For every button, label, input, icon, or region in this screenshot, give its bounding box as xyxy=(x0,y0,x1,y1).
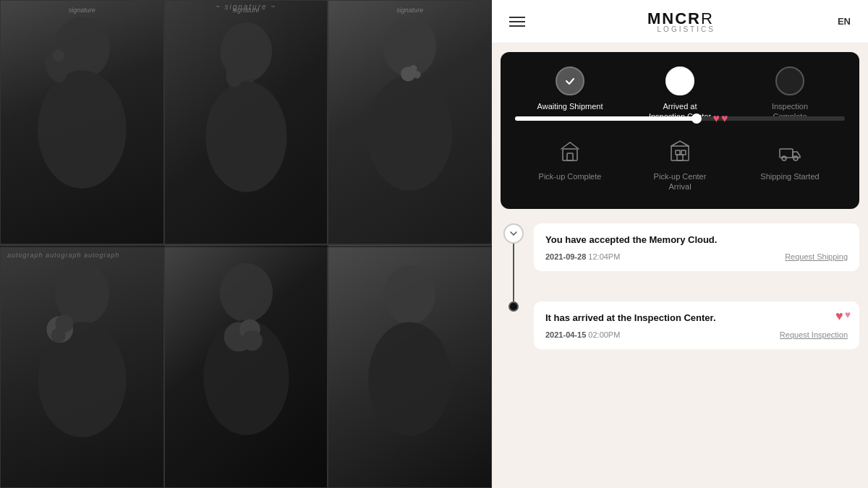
photo-cell-1: signature xyxy=(0,0,164,244)
timeline-left-2 xyxy=(501,301,527,312)
activity-date-2: 2021-04-15 02:00PM xyxy=(545,330,620,339)
step-label-awaiting: Awaiting Shipment xyxy=(537,101,603,111)
expand-button-1[interactable] xyxy=(503,223,524,244)
activity-time-1: 12:04PM xyxy=(588,252,620,261)
svg-point-26 xyxy=(242,330,263,351)
signature-bottom: autograph autograph autograph xyxy=(7,252,485,259)
hamburger-button[interactable] xyxy=(509,17,525,27)
person-2: signature xyxy=(165,1,328,244)
timeline-dot-2 xyxy=(509,301,519,312)
svg-point-2 xyxy=(38,70,127,188)
steps-row-1: Awaiting Shipment Arrived at Inspection … xyxy=(501,52,859,122)
step-label-pickup-center-line1: Pick-up Center xyxy=(654,171,707,181)
activity-title-2: It has arrived at the Inspection Center. xyxy=(545,312,848,325)
svg-point-20 xyxy=(51,328,65,342)
activity-date-bold-2: 2021-04-15 xyxy=(545,330,586,339)
activity-item-1-row: You have accepted the Memory Cloud. 2021… xyxy=(501,223,859,301)
svg-point-4 xyxy=(52,50,64,61)
photo-cell-5 xyxy=(164,244,328,489)
tracking-card: Awaiting Shipment Arrived at Inspection … xyxy=(501,52,859,209)
step-inspection-complete: Inspection Complete xyxy=(735,67,845,122)
activity-title-1: You have accepted the Memory Cloud. xyxy=(545,234,848,247)
steps-row-2: Pick-up Complete Pick-up Center Arrival xyxy=(501,138,859,192)
step-circle-awaiting xyxy=(556,67,584,95)
activity-time-2: 02:00PM xyxy=(588,330,620,339)
svg-point-27 xyxy=(384,265,435,324)
timeline-left-1 xyxy=(501,223,527,301)
svg-point-38 xyxy=(793,156,798,160)
activity-item-1: You have accepted the Memory Cloud. 2021… xyxy=(501,223,859,301)
svg-rect-30 xyxy=(563,149,577,160)
svg-rect-34 xyxy=(681,150,686,155)
activity-item-2-row: It has arrived at the Inspection Center.… xyxy=(501,301,859,356)
shipping-icon xyxy=(776,138,804,166)
logo-container: MNCRR LOGISTICS xyxy=(647,9,715,33)
person-1: signature xyxy=(1,1,163,244)
activity-action-1[interactable]: Request Shipping xyxy=(785,252,848,261)
step-label-shipping: Shipping Started xyxy=(760,171,819,181)
svg-rect-31 xyxy=(567,153,573,160)
svg-point-29 xyxy=(368,322,451,435)
heart-filled-1: ♥ xyxy=(713,112,720,125)
activity-log: You have accepted the Memory Cloud. 2021… xyxy=(492,218,868,488)
svg-point-7 xyxy=(205,82,286,192)
photo-cell-4 xyxy=(0,244,164,489)
logo-sub: LOGISTICS xyxy=(647,25,715,33)
step-awaiting-shipment: Awaiting Shipment xyxy=(515,67,625,111)
photo-cell-6 xyxy=(328,244,492,489)
step-shipping-started: Shipping Started xyxy=(735,138,845,181)
chevron-down-icon-1 xyxy=(509,229,518,238)
warehouse-icon xyxy=(557,139,583,165)
pickup-center-icon xyxy=(666,138,694,166)
activity-action-2[interactable]: Request Inspection xyxy=(780,330,848,339)
photo-cell-3: signature xyxy=(328,0,492,244)
step-pickup-complete: Pick-up Complete xyxy=(515,138,625,181)
hamburger-line-3 xyxy=(509,25,525,27)
progress-bar: ♥ ♥ xyxy=(515,116,845,121)
hamburger-line-1 xyxy=(509,17,525,18)
step-label-inspection-line1: Inspection xyxy=(772,101,808,111)
progress-dot xyxy=(692,114,702,124)
step-label-arrived-line1: Arrived at xyxy=(663,101,697,111)
step-circle-arrived xyxy=(665,67,694,95)
heart-filled-2: ♥ xyxy=(721,112,728,125)
divider-mid xyxy=(0,246,492,247)
building-icon xyxy=(667,139,693,165)
progress-fill xyxy=(515,116,697,121)
language-button[interactable]: EN xyxy=(838,16,851,27)
activity-meta-2: 2021-04-15 02:00PM Request Inspection xyxy=(545,330,848,339)
signature-top: ~ signature ~ xyxy=(216,3,276,11)
activity-meta-1: 2021-09-28 12:04PM Request Shipping xyxy=(545,252,848,261)
photo-collage: signature signature xyxy=(0,0,492,488)
photo-grid: signature signature xyxy=(0,0,492,488)
step-pickup-center: Pick-up Center Arrival xyxy=(625,138,735,192)
svg-point-11 xyxy=(367,75,452,190)
photo-cell-2: signature xyxy=(164,0,328,244)
person-5 xyxy=(165,245,328,488)
timeline-line-1 xyxy=(513,244,514,301)
svg-rect-33 xyxy=(676,150,680,155)
activity-date-1: 2021-09-28 12:04PM xyxy=(545,252,620,261)
right-panel: MNCRR LOGISTICS EN Awaiting Shipment Arr… xyxy=(492,0,868,488)
hearts-on-bar: ♥ ♥ xyxy=(713,112,728,125)
person-3: signature xyxy=(328,1,491,244)
check-icon xyxy=(564,75,576,87)
svg-rect-36 xyxy=(780,149,793,158)
svg-point-14 xyxy=(414,71,421,78)
step-circle-inspection xyxy=(775,67,804,95)
activity-item-2: It has arrived at the Inspection Center.… xyxy=(501,301,859,356)
header: MNCRR LOGISTICS EN xyxy=(492,0,868,43)
person-6 xyxy=(328,245,491,488)
svg-point-37 xyxy=(782,156,786,160)
activity-date-bold-1: 2021-09-28 xyxy=(545,252,586,261)
svg-point-21 xyxy=(219,262,273,322)
heart-pink-2: ♥ xyxy=(845,309,851,324)
person-4 xyxy=(1,245,163,488)
step-label-pickup-center-line2: Arrival xyxy=(668,181,691,192)
heart-red-2: ♥ xyxy=(835,309,843,324)
truck-icon xyxy=(777,139,803,165)
timeline-container: You have accepted the Memory Cloud. 2021… xyxy=(492,223,868,356)
pickup-complete-icon xyxy=(556,138,584,166)
svg-rect-35 xyxy=(677,155,683,160)
hamburger-line-2 xyxy=(509,21,525,22)
